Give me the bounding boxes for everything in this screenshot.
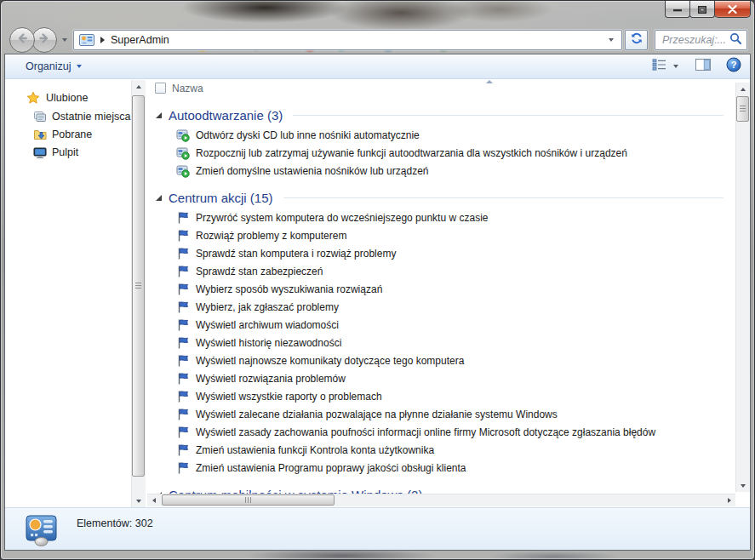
restore-button[interactable] bbox=[689, 1, 715, 18]
change-view-button[interactable] bbox=[649, 54, 682, 78]
minimize-button[interactable] bbox=[665, 1, 690, 18]
chevron-down-icon[interactable] bbox=[673, 65, 678, 68]
task-item[interactable]: Sprawdź stan zabezpieczeń bbox=[176, 262, 735, 280]
forward-button[interactable] bbox=[31, 27, 57, 53]
svg-text:?: ? bbox=[731, 60, 737, 70]
vertical-scrollbar[interactable] bbox=[735, 83, 750, 492]
task-item[interactable]: Rozpocznij lub zatrzymaj używanie funkcj… bbox=[176, 144, 735, 162]
preview-pane-button[interactable] bbox=[695, 54, 711, 78]
chevron-down-icon bbox=[609, 38, 614, 42]
group-header[interactable]: Autoodtwarzanie (3) bbox=[156, 106, 735, 124]
task-list: Autoodtwarzanie (3)Odtwórz dyski CD lub … bbox=[146, 97, 735, 507]
task-item[interactable]: Rozwiąż problemy z komputerem bbox=[176, 226, 735, 244]
sidebar-scrollbar[interactable] bbox=[131, 80, 146, 507]
sidebar-item[interactable]: Ostatnie miejsca bbox=[5, 107, 131, 125]
sidebar-item-label: Pulpit bbox=[52, 146, 78, 158]
group-collapse-icon[interactable] bbox=[156, 112, 162, 118]
task-item[interactable]: Wyświetl wszystkie raporty o problemach bbox=[176, 387, 735, 405]
recent-pages-dropdown[interactable] bbox=[59, 38, 70, 42]
select-all-checkbox[interactable] bbox=[155, 83, 166, 94]
caption-buttons bbox=[666, 1, 751, 18]
task-item[interactable]: Sprawdź stan komputera i rozwiąż problem… bbox=[176, 244, 735, 262]
arrow-left-icon bbox=[152, 498, 156, 503]
task-item-label: Sprawdź stan komputera i rozwiąż problem… bbox=[196, 248, 396, 260]
flag-icon bbox=[176, 443, 190, 457]
star-icon bbox=[26, 91, 40, 105]
scroll-down-button[interactable] bbox=[736, 479, 749, 492]
task-item[interactable]: Zmień domyślne ustawienia nośników lub u… bbox=[176, 162, 735, 180]
vertical-scrollbar-thumb[interactable] bbox=[736, 96, 749, 122]
breadcrumb-arrow-icon[interactable] bbox=[100, 37, 105, 43]
horizontal-scrollbar-thumb[interactable] bbox=[162, 494, 335, 506]
sidebar-item-favorites[interactable]: Ulubione bbox=[5, 89, 131, 107]
task-item-label: Wyświetl rozwiązania problemów bbox=[196, 373, 346, 385]
flag-icon bbox=[176, 408, 190, 421]
arrow-down-icon bbox=[741, 484, 746, 488]
scroll-right-button[interactable] bbox=[723, 494, 735, 506]
group-divider bbox=[293, 115, 724, 116]
task-item-label: Wyświetl wszystkie raporty o problemach bbox=[196, 391, 382, 403]
sidebar-item[interactable]: Pulpit bbox=[5, 143, 131, 161]
column-header-row: Nazwa bbox=[146, 80, 735, 97]
refresh-button[interactable] bbox=[625, 30, 648, 50]
close-button[interactable] bbox=[714, 1, 751, 18]
scroll-up-button[interactable] bbox=[736, 83, 749, 95]
help-button[interactable]: ? bbox=[726, 54, 741, 78]
organize-button[interactable]: Organizuj bbox=[5, 54, 90, 78]
flag-icon bbox=[176, 283, 190, 296]
close-icon bbox=[728, 2, 737, 17]
group-header[interactable]: Centrum akcji (15) bbox=[156, 188, 735, 207]
recent-places-icon bbox=[33, 110, 47, 123]
group-collapse-icon[interactable] bbox=[156, 195, 162, 201]
task-item-label: Wybierz sposób wyszukiwania rozwiązań bbox=[196, 283, 382, 295]
scrollbar-grip bbox=[740, 106, 746, 112]
search-box[interactable] bbox=[655, 30, 747, 50]
task-item[interactable]: Wyświetl historię niezawodności bbox=[176, 334, 735, 351]
search-icon[interactable] bbox=[729, 31, 742, 49]
task-item-label: Wybierz, jak zgłaszać problemy bbox=[196, 301, 339, 313]
content-area: Ulubione Ostatnie miejscaPobranePulpit N… bbox=[5, 80, 750, 507]
status-bar: Elementów: 302 bbox=[5, 507, 750, 550]
task-item-label: Wyświetl zasady zachowania poufności inf… bbox=[196, 426, 655, 438]
scroll-up-button[interactable] bbox=[132, 80, 145, 93]
sidebar-scrollbar-thumb[interactable] bbox=[132, 95, 145, 477]
task-item[interactable]: Wybierz sposób wyszukiwania rozwiązań bbox=[176, 280, 735, 298]
scroll-left-button[interactable] bbox=[147, 494, 160, 506]
task-item[interactable]: Wyświetl zalecane działania pozwalające … bbox=[176, 405, 735, 423]
horizontal-scrollbar[interactable] bbox=[147, 494, 735, 506]
task-item[interactable]: Odtwórz dyski CD lub inne nośniki automa… bbox=[176, 126, 735, 144]
flag-icon bbox=[176, 247, 190, 260]
column-header-name[interactable]: Nazwa bbox=[172, 83, 203, 94]
back-button[interactable] bbox=[9, 27, 35, 53]
task-item-label: Wyświetl archiwum wiadomości bbox=[196, 319, 339, 331]
task-item[interactable]: Przywróć system komputera do wcześniejsz… bbox=[176, 209, 735, 226]
arrow-down-icon bbox=[136, 500, 141, 503]
address-bar[interactable]: SuperAdmin bbox=[73, 30, 622, 50]
task-item-label: Zmień ustawienia funkcji Kontrola konta … bbox=[196, 444, 434, 456]
flag-icon bbox=[176, 265, 190, 278]
task-item[interactable]: Wyświetl zasady zachowania poufności inf… bbox=[176, 423, 735, 441]
search-input[interactable] bbox=[662, 34, 729, 46]
task-item[interactable]: Wyświetl rozwiązania problemów bbox=[176, 369, 735, 387]
explorer-window: SuperAdmin Organizuj bbox=[0, 0, 755, 560]
task-item[interactable]: Wyświetl archiwum wiadomości bbox=[176, 316, 735, 334]
scrollbar-grip bbox=[135, 283, 141, 289]
scroll-down-button[interactable] bbox=[132, 494, 145, 507]
flag-icon bbox=[176, 211, 190, 225]
task-item-label: Przywróć system komputera do wcześniejsz… bbox=[196, 212, 488, 224]
group-title[interactable]: Centrum akcji (15) bbox=[169, 191, 273, 205]
desktop-icon bbox=[33, 146, 47, 159]
sidebar-item[interactable]: Pobrane bbox=[5, 125, 131, 143]
task-item[interactable]: Wyświetl najnowsze komunikaty dotyczące … bbox=[176, 351, 735, 369]
control-panel-mini-icon bbox=[79, 34, 94, 46]
control-panel-icon bbox=[24, 512, 60, 551]
task-item[interactable]: Wybierz, jak zgłaszać problemy bbox=[176, 298, 735, 316]
chevron-down-icon bbox=[77, 65, 82, 68]
group-title[interactable]: Autoodtwarzanie (3) bbox=[169, 108, 283, 123]
breadcrumb-location[interactable]: SuperAdmin bbox=[111, 34, 169, 46]
navigation-bar: SuperAdmin bbox=[4, 26, 751, 54]
task-item[interactable]: Zmień ustawienia Programu poprawy jakośc… bbox=[176, 459, 735, 477]
task-item[interactable]: Zmień ustawienia funkcji Kontrola konta … bbox=[176, 441, 735, 459]
task-item-label: Zmień domyślne ustawienia nośników lub u… bbox=[196, 165, 428, 177]
address-dropdown-button[interactable] bbox=[601, 31, 621, 49]
